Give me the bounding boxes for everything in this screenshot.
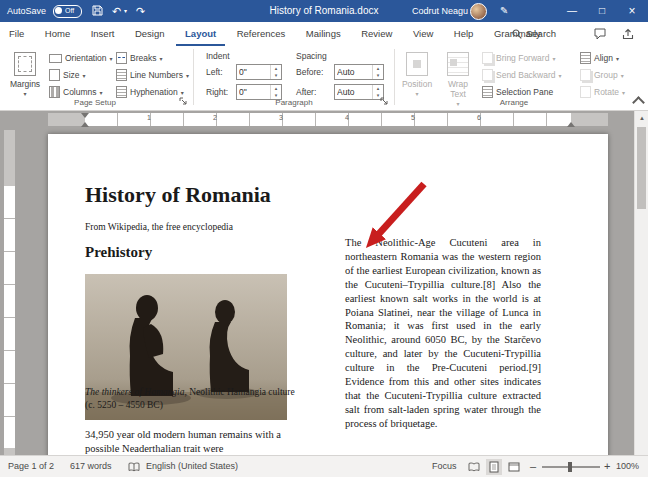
breaks-label: Breaks <box>130 53 156 63</box>
autosave-toggle[interactable]: Off <box>53 5 82 18</box>
tab-help[interactable]: Help <box>445 22 483 45</box>
close-button[interactable]: × <box>620 0 644 22</box>
left-column-paragraph[interactable]: 34,950 year old modern human remains wit… <box>85 428 293 457</box>
tab-insert[interactable]: Insert <box>82 22 124 45</box>
columns-label: Columns <box>63 87 97 97</box>
page-number-status[interactable]: Page 1 of 2 <box>8 456 54 477</box>
focus-button[interactable]: Focus <box>432 456 457 477</box>
vertical-scrollbar[interactable]: ▲ <box>634 111 648 455</box>
account-name[interactable]: Codrut Neagu <box>412 0 468 22</box>
spacing-before-input[interactable] <box>335 65 372 79</box>
zoom-out-button[interactable]: – <box>530 456 536 477</box>
tab-mailings[interactable]: Mailings <box>297 22 350 45</box>
right-indent-marker[interactable] <box>567 118 575 127</box>
undo-dropdown-button[interactable]: ▾ <box>124 0 127 22</box>
autosave-label: AutoSave <box>7 0 46 22</box>
paragraph-dialog-launcher[interactable] <box>380 97 388 107</box>
web-layout-button[interactable] <box>506 459 522 475</box>
send-backward-label: Send Backward <box>496 70 556 80</box>
align-button[interactable]: Align ▾ <box>578 50 621 66</box>
spacing-before-stepper[interactable]: ▴▾ <box>334 64 384 80</box>
hyphenation-label: Hyphenation <box>130 87 178 97</box>
proofing-status-button[interactable] <box>128 462 140 474</box>
doc-title[interactable]: History of Romania <box>85 182 271 208</box>
tab-review[interactable]: Review <box>352 22 401 45</box>
send-backward-button[interactable]: Send Backward ▾ <box>480 67 564 83</box>
line-numbers-button[interactable]: Line Numbers ▾ <box>114 67 191 83</box>
zoom-in-button[interactable]: + <box>604 456 610 477</box>
chevron-down-icon: ▾ <box>552 55 555 62</box>
zoom-slider-thumb[interactable] <box>568 462 572 472</box>
chevron-down-icon: ▾ <box>83 72 86 79</box>
spinner-down-icon[interactable]: ▾ <box>373 72 383 79</box>
doc-subtitle[interactable]: From Wikipedia, the free encyclopedia <box>85 222 233 232</box>
position-icon <box>406 52 428 76</box>
ribbon-layout-panel: Margins ▾ Orientation ▾ Size ▾ Columns ▾… <box>0 46 648 111</box>
scroll-up-button[interactable]: ▲ <box>635 111 648 125</box>
search-icon <box>512 29 522 39</box>
ruler-text-area: 1 2 3 4 5 6 <box>85 113 571 126</box>
save-button[interactable] <box>92 5 103 18</box>
close-icon: × <box>628 4 635 18</box>
print-layout-button[interactable] <box>486 459 502 475</box>
scroll-up-icon: ▲ <box>639 115 645 121</box>
minimize-button[interactable]: — <box>560 0 584 22</box>
spinner-down-icon[interactable]: ▾ <box>271 72 281 79</box>
hanging-indent-marker[interactable] <box>81 118 89 127</box>
minimize-icon: — <box>567 5 577 16</box>
chevron-down-icon: ▾ <box>181 89 184 96</box>
bring-forward-button[interactable]: Bring Forward ▾ <box>480 50 557 66</box>
spinner-up-icon[interactable]: ▴ <box>373 85 383 92</box>
indent-left-stepper[interactable]: ▴▾ <box>236 64 282 80</box>
indent-left-input[interactable] <box>237 65 270 79</box>
spinner[interactable]: ▴▾ <box>372 65 383 79</box>
horizontal-ruler[interactable]: 1 2 3 4 5 6 <box>48 113 608 126</box>
indent-right-label: Right: <box>206 87 228 97</box>
spinner[interactable]: ▴▾ <box>270 65 281 79</box>
undo-button[interactable]: ↶ <box>112 0 121 22</box>
comments-button[interactable] <box>594 28 606 42</box>
ruler-number: 2 <box>213 114 217 121</box>
document-page[interactable]: History of Romania From Wikipedia, the f… <box>48 134 608 474</box>
tab-home[interactable]: Home <box>36 22 79 45</box>
breaks-button[interactable]: Breaks ▾ <box>114 50 164 66</box>
chevron-down-icon: ▾ <box>124 8 127 14</box>
right-column-paragraph[interactable]: The Neolithic-Age Cucuteni area in north… <box>345 236 541 431</box>
spinner-up-icon[interactable]: ▴ <box>373 65 383 72</box>
tab-references[interactable]: References <box>228 22 295 45</box>
line-numbers-label: Line Numbers <box>130 70 183 80</box>
figure-caption[interactable]: The thinkers of Hamangia, Neolithic Hama… <box>85 386 297 412</box>
orientation-button[interactable]: Orientation ▾ <box>47 50 115 66</box>
zoom-level[interactable]: 100% <box>616 456 639 477</box>
share-button[interactable] <box>622 28 634 42</box>
avatar[interactable] <box>470 3 487 20</box>
vertical-ruler[interactable] <box>4 130 15 455</box>
language-status[interactable]: English (United States) <box>146 456 238 477</box>
read-mode-button[interactable] <box>466 459 482 475</box>
word-count-status[interactable]: 617 words <box>70 456 112 477</box>
tab-file[interactable]: File <box>0 22 33 45</box>
position-label: Position <box>402 79 432 89</box>
arrange-group-label: Arrange <box>396 97 632 108</box>
size-button[interactable]: Size ▾ <box>47 67 88 83</box>
redo-button[interactable]: ↷ <box>136 0 145 22</box>
maximize-button[interactable]: □ <box>590 0 614 22</box>
spinner-up-icon[interactable]: ▴ <box>271 85 281 92</box>
doc-heading-prehistory[interactable]: Prehistory <box>85 244 152 261</box>
tab-design[interactable]: Design <box>126 22 174 45</box>
tab-view[interactable]: View <box>404 22 442 45</box>
search-box[interactable]: Search <box>512 22 556 45</box>
autosave-state: Off <box>65 5 74 16</box>
dialog-launcher-icon <box>179 97 187 105</box>
page-setup-dialog-launcher[interactable] <box>179 97 187 107</box>
group-button[interactable]: Group ▾ <box>578 67 626 83</box>
chevron-down-icon: ▾ <box>621 72 624 79</box>
bring-forward-label: Bring Forward <box>496 53 549 63</box>
editing-mode-button[interactable]: ✎ <box>500 0 508 22</box>
collapse-ribbon-button[interactable] <box>632 96 645 109</box>
spinner-up-icon[interactable]: ▴ <box>271 65 281 72</box>
tab-layout[interactable]: Layout <box>176 24 225 47</box>
align-label: Align <box>594 53 613 63</box>
scrollbar-thumb[interactable] <box>637 127 646 209</box>
vertical-ruler-text-area <box>4 186 15 448</box>
